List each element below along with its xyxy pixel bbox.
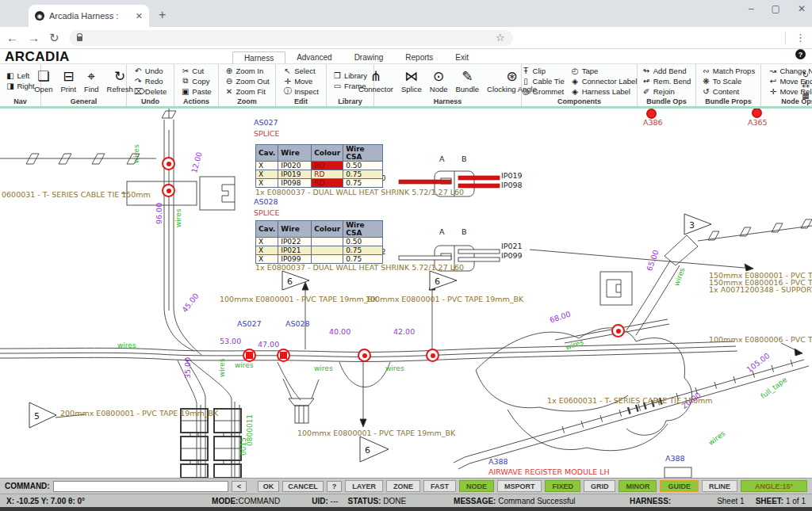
tab-reports[interactable]: Reports — [394, 51, 444, 63]
window-maximize-icon[interactable]: ▢ — [772, 3, 780, 14]
rem-bend-button[interactable]: ↫Rem. Bend — [640, 76, 694, 86]
node-sq-icon — [246, 352, 253, 359]
find-icon: ⌖ — [87, 69, 95, 85]
connector-marker[interactable] — [646, 109, 657, 119]
connector-button[interactable]: ⋔Connector — [355, 69, 396, 93]
app-logo: ARCADIA — [5, 51, 70, 63]
rejoin-button[interactable]: ✐Rejoin — [640, 86, 694, 97]
ok-button[interactable]: OK — [258, 481, 280, 492]
bundle-button[interactable]: ✎Bundle — [453, 69, 483, 93]
forward-icon[interactable]: → — [28, 32, 40, 44]
match-props-button[interactable]: ∾Match Props — [699, 66, 757, 76]
address-bar[interactable]: ☆ — [69, 30, 513, 46]
tab-drawing[interactable]: Drawing — [343, 51, 395, 63]
window-close-icon[interactable]: ✕ — [798, 3, 806, 14]
grommet-button[interactable]: ◎Grommet — [519, 86, 567, 97]
command-input[interactable] — [53, 481, 228, 492]
select-button[interactable]: ↖Select — [281, 66, 321, 76]
table-cell: X — [256, 162, 278, 170]
content-button[interactable]: ↺Content — [699, 86, 757, 97]
tab-harness[interactable]: Harness — [232, 51, 285, 63]
toggle-msport[interactable]: MSPORT — [497, 480, 542, 492]
harness-node[interactable] — [426, 349, 439, 362]
delete-button[interactable]: ⌦Delete — [132, 86, 169, 97]
bookmark-star-icon[interactable]: ☆ — [496, 32, 505, 44]
harness-node[interactable] — [243, 349, 256, 362]
move-button[interactable]: ✛Move — [281, 76, 321, 86]
toggle-fixed[interactable]: FIXED — [545, 480, 580, 492]
rejoin-icon: ✐ — [642, 87, 651, 96]
harness-node[interactable] — [611, 324, 625, 337]
toggle-node[interactable]: NODE — [459, 480, 494, 492]
cable-tie-button[interactable]: ▯Cable Tie — [519, 76, 567, 86]
command-help-button[interactable]: ? — [327, 481, 343, 492]
image-icon[interactable]: ▦ — [802, 91, 810, 100]
cut-button[interactable]: ✂Cut — [178, 66, 213, 76]
toggle-zone[interactable]: ZONE — [386, 480, 420, 492]
harness-node[interactable] — [162, 184, 175, 197]
window-minimize-icon[interactable]: – — [749, 3, 754, 14]
paste-button[interactable]: ▣Paste — [178, 86, 213, 97]
harness-label-button[interactable]: ◈Harness Label — [569, 86, 640, 97]
tape-button[interactable]: ◴Tape — [569, 66, 640, 76]
tab-advanced[interactable]: Advanced — [285, 51, 343, 63]
inspect-button[interactable]: ⓘInspect — [281, 86, 321, 97]
connector-label-button[interactable]: ◈Connector Label — [569, 76, 640, 86]
zoom-out-button[interactable]: ⊖Zoom Out — [222, 76, 271, 86]
to-scale-button[interactable]: ❋To Scale — [699, 76, 757, 86]
ribbon-group-bundle-ops: ↬Add Bend↫Rem. Bend✐RejoinBundle Ops — [638, 64, 696, 106]
clip-button[interactable]: ŦClip — [519, 66, 567, 76]
harness-label-icon: ◈ — [571, 87, 580, 96]
add-bend-button[interactable]: ↬Add Bend — [640, 66, 694, 76]
toggle-fast[interactable]: FAST — [423, 480, 456, 492]
back-icon[interactable]: ← — [6, 32, 18, 44]
undo-button[interactable]: ↶Undo — [132, 66, 169, 76]
library-icon: ❒ — [333, 71, 342, 80]
canvas-label: A — [439, 155, 445, 163]
button-label: Cable Tie — [533, 77, 565, 86]
copy-button[interactable]: ⧉Copy — [178, 76, 213, 86]
harness-node[interactable] — [358, 349, 371, 362]
table-row: XIP0220.50 — [256, 238, 383, 246]
button-label: Content — [713, 87, 739, 96]
help-button[interactable]: ? — [795, 49, 806, 59]
mode-indicator: MODE:COMMAND — [212, 497, 280, 505]
tab-title: Arcadia Harness : — [49, 11, 131, 21]
tab-close-icon[interactable]: ✕ — [136, 11, 143, 21]
table-cell: 0.50 — [343, 238, 383, 246]
print-button[interactable]: ⊟Print — [57, 69, 79, 93]
drawing-canvas[interactable]: AS027SPLICE1x E0800037 - DUAL WALL HEAT … — [0, 109, 812, 478]
change-node-icon: ↝ — [768, 67, 777, 75]
toggle-guide[interactable]: GUIDE — [660, 480, 699, 492]
open-button[interactable]: ❏Open — [31, 69, 56, 93]
rotate-icon[interactable]: ↻ — [802, 71, 810, 79]
sheet-indicator: SHEET: 1 of 1 — [756, 497, 806, 505]
tab-exit[interactable]: Exit — [444, 51, 480, 63]
browser-menu-icon[interactable]: ⋮ — [795, 32, 806, 44]
find-button[interactable]: ⌖Find — [81, 69, 102, 93]
splice-button[interactable]: ⋈Splice — [398, 69, 425, 93]
cancel-button[interactable]: CANCEL — [282, 481, 324, 492]
harness-node[interactable] — [162, 157, 175, 170]
zoom-in-button[interactable]: ⊕Zoom In — [222, 66, 271, 76]
toggle-minor[interactable]: MINOR — [619, 480, 657, 492]
toggle-layer[interactable]: LAYER — [345, 480, 383, 492]
zoom-out-icon: ⊖ — [224, 77, 233, 86]
ribbon-group-zoom: ⊕Zoom In⊖Zoom Out✕Zoom FitZoom — [219, 64, 276, 106]
reload-icon[interactable]: ↻ — [49, 32, 59, 44]
node-button[interactable]: ⊙Node — [427, 69, 451, 93]
toggle-angle15[interactable]: ANGLE:15° — [741, 480, 807, 492]
table-cell — [312, 238, 343, 246]
toggle-rline[interactable]: RLINE — [702, 480, 737, 492]
status-bar: X: -10.25 Y: 7.00 θ: 0° MODE:COMMAND UID… — [0, 494, 812, 507]
browser-tab[interactable]: ◉ Arcadia Harness : ✕ — [29, 5, 149, 27]
harness-node[interactable] — [277, 349, 290, 362]
new-tab-button[interactable]: + — [159, 8, 166, 22]
toggle-grid[interactable]: GRID — [584, 480, 616, 492]
zoom-fit-button[interactable]: ✕Zoom Fit — [222, 86, 271, 97]
move-icon: ✛ — [283, 77, 292, 86]
cluster-icon[interactable]: ⁂ — [802, 81, 810, 90]
history-button[interactable]: < — [232, 481, 247, 492]
redo-button[interactable]: ↷Redo — [132, 76, 169, 86]
canvas-label: A365 — [748, 119, 768, 127]
